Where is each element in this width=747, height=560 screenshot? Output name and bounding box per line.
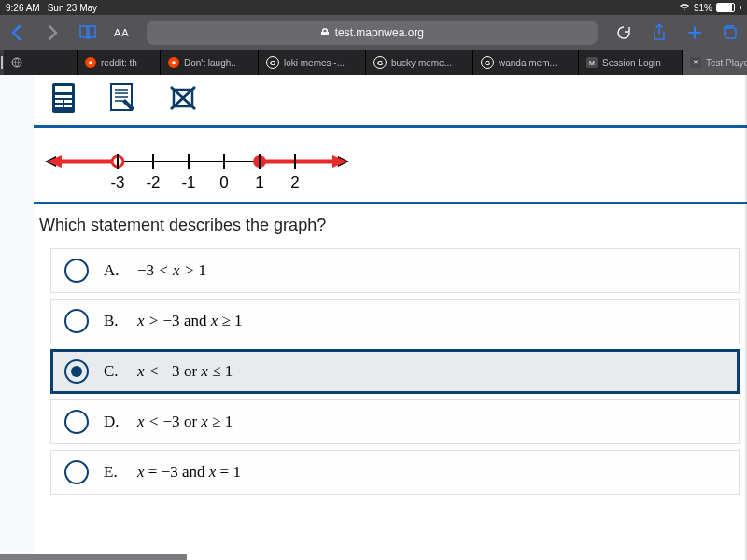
test-player-icon: ✕ — [690, 57, 701, 68]
choice-letter: B. — [104, 312, 122, 330]
tab-session-login[interactable]: M Session Login — [579, 50, 683, 75]
svg-rect-7 — [64, 100, 72, 103]
page-viewport: -3 -2 -1 0 1 2 Which statement describes… — [0, 75, 747, 560]
tab-bucky[interactable]: G bucky meme... — [366, 50, 473, 75]
battery-percent: 91% — [694, 3, 712, 13]
tab-test-player[interactable]: ✕ Test Player — [683, 50, 747, 75]
tab-label: Don't laugh.. — [184, 58, 236, 68]
reload-button[interactable] — [614, 24, 633, 41]
radio-c[interactable] — [64, 359, 89, 384]
back-button[interactable] — [7, 24, 26, 41]
number-line-graph: -3 -2 -1 0 1 2 — [34, 128, 747, 204]
wifi-icon — [679, 2, 690, 13]
tab-reddit[interactable] — [4, 50, 78, 75]
svg-text:2: 2 — [290, 174, 299, 191]
svg-rect-4 — [55, 86, 72, 92]
globe-icon — [11, 57, 22, 68]
status-bar: 9:26 AM Sun 23 May 91% — [0, 0, 747, 15]
choice-math: x > −3 and x ≥ 1 — [137, 312, 243, 330]
svg-rect-1 — [1, 56, 3, 69]
forward-button[interactable] — [43, 24, 62, 41]
svg-text:1: 1 — [255, 174, 263, 191]
tab-label: Test Player — [706, 58, 747, 68]
choice-math: −3 < x > 1 — [137, 261, 206, 280]
answer-choices: A. −3 < x > 1 B. x > −3 and x ≥ 1 C. x <… — [34, 248, 747, 506]
battery-icon — [716, 3, 735, 12]
svg-text:-1: -1 — [181, 174, 195, 191]
tab-wanda[interactable]: G wanda mem... — [473, 50, 579, 75]
browser-toolbar: AA test.mapnwea.org — [0, 15, 747, 50]
address-bar[interactable]: test.mapnwea.org — [147, 21, 598, 45]
choice-letter: C. — [104, 362, 122, 381]
radio-e[interactable] — [64, 460, 89, 484]
radio-b[interactable] — [64, 309, 89, 333]
address-url: test.mapnwea.org — [335, 26, 424, 39]
choice-a[interactable]: A. −3 < x > 1 — [50, 248, 740, 293]
calculator-icon[interactable] — [50, 82, 77, 118]
svg-text:-2: -2 — [146, 174, 160, 191]
tab-label: Session Login — [602, 58, 661, 68]
choice-letter: D. — [104, 413, 122, 431]
choice-math: x < −3 or x ≤ 1 — [137, 362, 233, 381]
question-prompt: Which statement describes the graph? — [34, 204, 747, 248]
status-date: Sun 23 May — [48, 3, 97, 13]
text-size-button[interactable]: AA — [114, 27, 130, 38]
radio-d[interactable] — [64, 410, 89, 434]
google-icon: G — [481, 56, 494, 69]
tab-reddit-th[interactable]: ● reddit: th — [78, 50, 161, 75]
choice-c[interactable]: C. x < −3 or x ≤ 1 — [50, 349, 740, 394]
reddit-icon: ● — [85, 57, 96, 68]
svg-rect-5 — [55, 95, 72, 98]
choice-d[interactable]: D. x < −3 or x ≥ 1 — [50, 399, 740, 444]
radio-a[interactable] — [64, 259, 89, 283]
status-time: 9:26 AM — [6, 3, 40, 13]
share-button[interactable] — [650, 23, 669, 42]
tab-label: reddit: th — [101, 58, 137, 68]
google-icon: G — [266, 56, 279, 69]
new-tab-button[interactable] — [685, 25, 704, 40]
svg-rect-6 — [55, 100, 63, 103]
test-toolbar — [34, 75, 747, 128]
reddit-icon: ● — [168, 57, 179, 68]
test-page: -3 -2 -1 0 1 2 Which statement describes… — [34, 75, 747, 560]
scratchpad-icon[interactable] — [108, 82, 136, 118]
svg-rect-8 — [55, 105, 63, 107]
choice-b[interactable]: B. x > −3 and x ≥ 1 — [50, 299, 740, 343]
tab-label: bucky meme... — [391, 58, 452, 68]
horizontal-scroll-indicator[interactable] — [0, 554, 187, 560]
choice-math: x = −3 and x = 1 — [137, 463, 241, 482]
choice-letter: A. — [104, 261, 122, 280]
lock-icon — [320, 26, 330, 39]
choice-letter: E. — [104, 463, 122, 482]
tab-strip: ● reddit: th ● Don't laugh.. G loki meme… — [0, 50, 747, 75]
choice-e[interactable]: E. x = −3 and x = 1 — [50, 450, 740, 495]
svg-text:0: 0 — [219, 174, 228, 191]
google-icon: G — [374, 56, 387, 69]
tabs-overview-button[interactable] — [721, 24, 740, 41]
bookmarks-button[interactable] — [78, 24, 97, 41]
tab-label: wanda mem... — [499, 58, 557, 68]
tab-loki[interactable]: G loki memes -... — [259, 50, 366, 75]
choice-math: x < −3 or x ≥ 1 — [137, 413, 233, 431]
svg-rect-9 — [64, 105, 72, 107]
tab-dont-laugh[interactable]: ● Don't laugh.. — [161, 50, 259, 75]
svg-rect-0 — [726, 28, 736, 38]
session-icon: M — [586, 57, 598, 68]
svg-text:-3: -3 — [110, 174, 124, 191]
tab-label: loki memes -... — [284, 58, 345, 68]
number-line-svg: -3 -2 -1 0 1 2 — [43, 145, 351, 196]
cross-out-icon[interactable] — [168, 84, 198, 116]
